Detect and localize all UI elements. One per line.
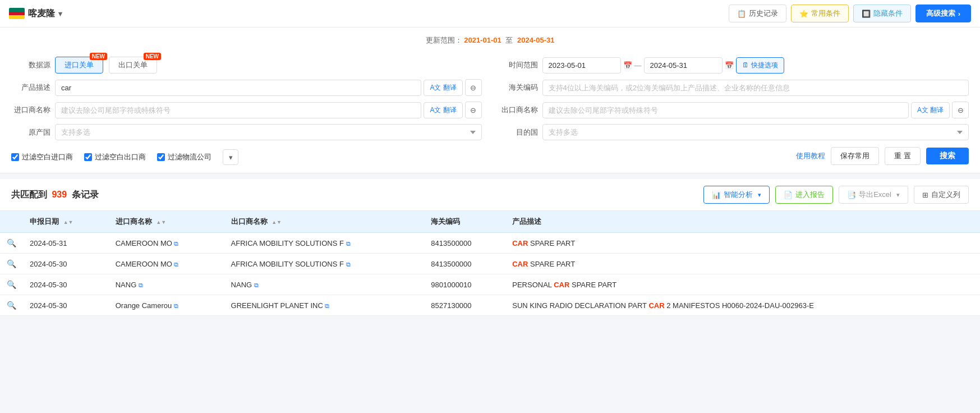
- customs-code-wrap: [542, 80, 969, 96]
- time-start-input[interactable]: 2023-05-01: [542, 57, 621, 74]
- cell-importer: CAMEROON MO ⧉: [109, 233, 224, 254]
- search-panel: 更新范围： 2021-01-01 至 2024-05-31 数据源 进口关单 N…: [0, 27, 980, 173]
- save-common-button[interactable]: 保存常用: [831, 147, 879, 165]
- copy-importer-icon[interactable]: ⧉: [174, 302, 178, 309]
- dest-country-select[interactable]: 支持多选: [542, 124, 969, 140]
- filter3-checkbox[interactable]: 过滤物流公司: [157, 152, 211, 162]
- country-name: 喀麦隆: [28, 8, 55, 20]
- tutorial-link[interactable]: 使用教程: [796, 151, 825, 161]
- dest-country-wrap: 支持多选: [542, 124, 969, 140]
- filter2-checkbox[interactable]: 过滤空白出口商: [84, 152, 146, 162]
- cell-product-desc: CAR SPARE PART: [505, 254, 980, 274]
- product-desc-input[interactable]: [55, 80, 421, 96]
- cell-date: 2024-05-31: [23, 233, 109, 254]
- collapse-button[interactable]: ▾: [223, 149, 238, 165]
- exporter-group: 出口商名称 A文 翻译 ⊖: [499, 102, 969, 118]
- copy-importer-icon[interactable]: ⧉: [174, 240, 178, 247]
- importer-sort-icon[interactable]: ▲▼: [156, 219, 166, 225]
- logo-dropdown-icon[interactable]: ▾: [58, 10, 62, 18]
- export-tab[interactable]: 出口关单 NEW: [109, 57, 157, 74]
- row-search-icon[interactable]: 🔍: [7, 238, 16, 247]
- product-extra-icon[interactable]: ⊖: [465, 79, 482, 96]
- advanced-search-button[interactable]: 高级搜索 ›: [915, 4, 971, 22]
- bottom-row: 过滤空白进口商 过滤空白出口商 过滤物流公司 ▾ 使用教程 保存常用 重 置 搜…: [11, 145, 969, 167]
- calendar-end-icon[interactable]: 📅: [725, 61, 734, 70]
- results-table-wrap: 申报日期 ▲▼ 进口商名称 ▲▼ 出口商名称 ▲▼ 海关编码 产品描述: [0, 211, 980, 316]
- translate-icon: A文: [430, 83, 441, 93]
- table-row: 🔍2024-05-31CAMEROON MO ⧉AFRICA MOBILITY …: [0, 233, 980, 254]
- datasource-tabs: 进口关单 NEW 出口关单 NEW: [55, 57, 157, 74]
- search-button[interactable]: 搜索: [926, 148, 969, 164]
- col-action: [0, 211, 23, 233]
- calendar-start-icon[interactable]: 📅: [623, 61, 632, 70]
- importer-label: 进口商名称: [11, 105, 50, 115]
- cell-product-desc: CAR SPARE PART: [505, 233, 980, 254]
- date-sort-icon[interactable]: ▲▼: [63, 219, 73, 225]
- copy-importer-icon[interactable]: ⧉: [139, 282, 143, 288]
- filter1-checkbox[interactable]: 过滤空白进口商: [11, 152, 73, 162]
- hidden-conditions-button[interactable]: 🔲 隐藏条件: [853, 4, 911, 22]
- report-icon: 📄: [784, 191, 793, 199]
- exporter-sort-icon[interactable]: ▲▼: [272, 219, 282, 225]
- product-highlight: CAR: [648, 301, 664, 310]
- importer-input[interactable]: [55, 102, 421, 118]
- history-icon: 📋: [737, 10, 746, 18]
- time-end-input[interactable]: 2024-05-31: [644, 57, 723, 74]
- export-icon: 📑: [847, 191, 856, 199]
- exporter-extra-icon[interactable]: ⊖: [952, 102, 969, 118]
- table-row: 🔍2024-05-30Orange Camerou ⧉GREENLIGHT PL…: [0, 295, 980, 316]
- topbar: 喀麦隆 ▾ 📋 历史记录 ⭐ 常用条件 🔲 隐藏条件 高级搜索 ›: [0, 0, 980, 27]
- product-highlight: CAR: [512, 239, 528, 247]
- product-desc-label: 产品描述: [11, 82, 50, 93]
- cell-exporter: NANG ⧉: [224, 274, 425, 295]
- update-range: 更新范围： 2021-01-01 至 2024-05-31: [426, 35, 555, 45]
- cell-date: 2024-05-30: [23, 295, 109, 316]
- reset-button[interactable]: 重 置: [885, 147, 921, 165]
- row-search-icon[interactable]: 🔍: [7, 259, 16, 268]
- table-row: 🔍2024-05-30CAMEROON MO ⧉AFRICA MOBILITY …: [0, 254, 980, 274]
- importer-extra-icon[interactable]: ⊖: [465, 102, 482, 118]
- customs-code-group: 海关编码: [499, 79, 969, 96]
- custom-icon: ⊞: [922, 191, 928, 199]
- exporter-translate-button[interactable]: A文 翻译: [911, 102, 950, 118]
- analysis-icon: 📊: [712, 191, 721, 199]
- time-separator: —: [634, 61, 642, 70]
- product-desc-group: 产品描述 A文 翻译 ⊖: [11, 79, 482, 96]
- product-highlight: CAR: [554, 281, 569, 289]
- export-dropdown-icon: ▾: [896, 191, 900, 199]
- quick-select-button[interactable]: 🗓 快捷选项: [736, 57, 784, 74]
- cell-customs-code: 8413500000: [424, 254, 505, 274]
- product-translate-button[interactable]: A文 翻译: [424, 80, 462, 96]
- copy-exporter-icon[interactable]: ⧉: [346, 261, 351, 268]
- copy-exporter-icon[interactable]: ⧉: [346, 240, 351, 247]
- custom-columns-button[interactable]: ⊞ 自定义列: [914, 186, 969, 204]
- cell-importer: Orange Camerou ⧉: [109, 295, 224, 316]
- cell-customs-code: 8413500000: [424, 233, 505, 254]
- analysis-dropdown-icon: ▾: [758, 191, 761, 199]
- product-highlight: CAR: [512, 260, 528, 268]
- report-button[interactable]: 📄 进入报告: [775, 186, 833, 204]
- analysis-button[interactable]: 📊 智能分析 ▾: [703, 186, 770, 204]
- importer-translate-button[interactable]: A文 翻译: [424, 102, 462, 118]
- copy-exporter-icon[interactable]: ⧉: [325, 302, 329, 309]
- common-conditions-button[interactable]: ⭐ 常用条件: [791, 4, 849, 22]
- col-product-desc: 产品描述: [505, 211, 980, 233]
- table-header-row: 申报日期 ▲▼ 进口商名称 ▲▼ 出口商名称 ▲▼ 海关编码 产品描述: [0, 211, 980, 233]
- exporter-input[interactable]: [542, 102, 909, 118]
- cell-customs-code: 9801000010: [424, 274, 505, 295]
- row-search-icon[interactable]: 🔍: [7, 301, 16, 310]
- origin-country-select[interactable]: 支持多选: [55, 124, 482, 140]
- import-tab[interactable]: 进口关单 NEW: [55, 57, 103, 74]
- copy-importer-icon[interactable]: ⧉: [174, 261, 178, 268]
- logo: 喀麦隆 ▾: [9, 8, 62, 20]
- time-range-group: 时间范围 2023-05-01 📅 — 2024-05-31 📅 🗓 快捷选项: [499, 57, 969, 74]
- row-search-icon[interactable]: 🔍: [7, 280, 16, 289]
- customs-code-input[interactable]: [542, 80, 969, 96]
- cell-customs-code: 8527130000: [424, 295, 505, 316]
- copy-exporter-icon[interactable]: ⧉: [254, 282, 259, 288]
- export-button[interactable]: 📑 导出Excel ▾: [839, 186, 908, 204]
- cell-product-desc: SUN KING RADIO DECLARATION PART CAR 2 MA…: [505, 295, 980, 316]
- history-button[interactable]: 📋 历史记录: [729, 4, 786, 22]
- table-row: 🔍2024-05-30NANG ⧉NANG ⧉9801000010PERSONA…: [0, 274, 980, 295]
- hide-icon: 🔲: [862, 10, 871, 18]
